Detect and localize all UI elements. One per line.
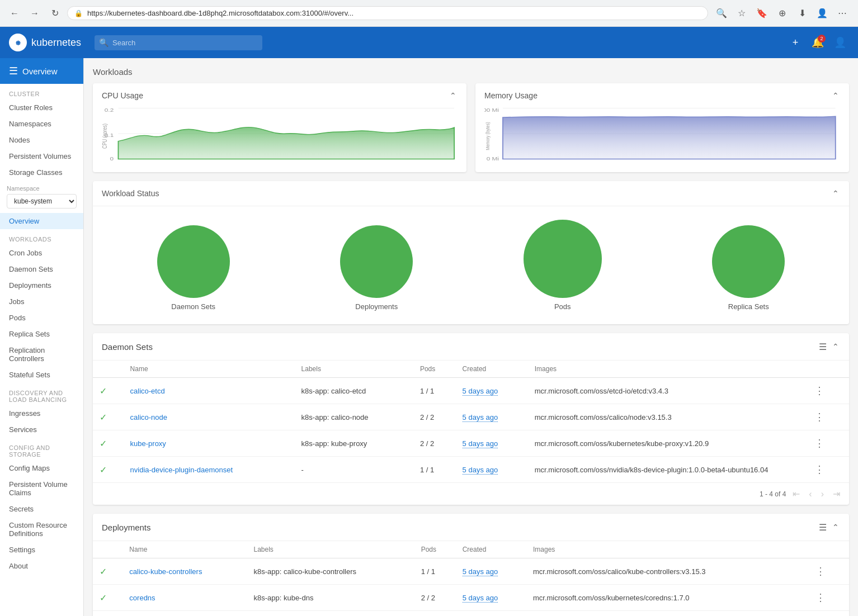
- refresh-button[interactable]: ↻: [47, 6, 63, 21]
- daemon-sets-card: Daemon Sets ☰ ⌃ Name Labels Pods Created: [93, 333, 849, 505]
- extensions-button[interactable]: ⊕: [773, 4, 791, 22]
- pagination-first-button[interactable]: ⇤: [790, 487, 802, 500]
- deployment-name-link-1[interactable]: coredns: [129, 594, 155, 602]
- deployments-filter-button[interactable]: ☰: [819, 522, 827, 533]
- sidebar-item-pods[interactable]: Pods: [0, 310, 83, 326]
- dep-created-link-0[interactable]: 5 days ago: [463, 567, 498, 576]
- created-link-1[interactable]: 5 days ago: [463, 413, 498, 422]
- svg-text:500 Mi: 500 Mi: [484, 107, 499, 112]
- col-pods: Pods: [413, 361, 456, 378]
- sidebar-item-nodes[interactable]: Nodes: [0, 132, 83, 148]
- workload-status-collapse-button[interactable]: ⌃: [831, 188, 840, 199]
- workloads-title: Workloads: [93, 67, 849, 77]
- pagination-prev-button[interactable]: ‹: [807, 488, 814, 500]
- cluster-section-label: Cluster: [0, 84, 83, 99]
- status-cell: ✓: [93, 611, 122, 617]
- created-link-3[interactable]: 5 days ago: [463, 466, 498, 475]
- sidebar-item-storage-classes[interactable]: Storage Classes: [0, 164, 83, 181]
- deployment-name-link-0[interactable]: calico-kube-controllers: [129, 567, 202, 576]
- sidebar-item-config-maps[interactable]: Config Maps: [0, 460, 83, 476]
- status-cell: ✓: [93, 430, 124, 457]
- sidebar-item-stateful-sets[interactable]: Stateful Sets: [0, 367, 83, 383]
- pagination-last-button[interactable]: ⇥: [831, 487, 842, 500]
- memory-chart-collapse-button[interactable]: ⌃: [831, 90, 840, 101]
- daemon-set-name-link-0[interactable]: calico-etcd: [130, 387, 165, 395]
- search-input[interactable]: [95, 35, 262, 50]
- name-cell: nvidia-device-plugin-daemonset: [124, 457, 295, 483]
- dep-row-actions-button-1[interactable]: ⋮: [812, 590, 829, 605]
- sidebar-item-overview[interactable]: Overview: [0, 213, 83, 229]
- sidebar-item-pvc[interactable]: Persistent Volume Claims: [0, 476, 83, 501]
- sidebar-item-persistent-volumes[interactable]: Persistent Volumes: [0, 148, 83, 164]
- pagination-next-button[interactable]: ›: [819, 488, 826, 500]
- favorites-button[interactable]: ☆: [733, 4, 751, 22]
- sidebar-item-jobs[interactable]: Jobs: [0, 293, 83, 310]
- namespace-select[interactable]: kube-system: [7, 194, 77, 209]
- svg-text:0: 0: [110, 156, 114, 162]
- daemon-sets-filter-button[interactable]: ☰: [819, 342, 827, 352]
- deployments-collapse-button[interactable]: ⌃: [831, 522, 840, 533]
- download-button[interactable]: ⬇: [793, 4, 811, 22]
- workload-status-card: Workload Status ⌃ Daemon Sets Deployment…: [93, 181, 849, 324]
- sidebar-item-cluster-roles[interactable]: Cluster Roles: [0, 99, 83, 116]
- replica-sets-label: Replica Sets: [728, 302, 769, 311]
- daemon-sets-pagination: 1 - 4 of 4 ⇤ ‹ › ⇥: [93, 482, 849, 505]
- sidebar-item-ingresses[interactable]: Ingresses: [0, 405, 83, 421]
- namespace-label: Namespace: [7, 185, 77, 192]
- sidebar-item-daemon-sets[interactable]: Daemon Sets: [0, 261, 83, 277]
- sidebar-item-namespaces[interactable]: Namespaces: [0, 116, 83, 132]
- sidebar-item-cron-jobs[interactable]: Cron Jobs: [0, 245, 83, 261]
- back-button[interactable]: ←: [7, 6, 22, 21]
- sidebar-item-services[interactable]: Services: [0, 421, 83, 438]
- row-actions-button-1[interactable]: ⋮: [811, 410, 828, 424]
- sidebar-item-crd[interactable]: Custom Resource Definitions: [0, 517, 83, 542]
- sidebar-item-settings[interactable]: Settings: [0, 542, 83, 558]
- config-section-label: Config and Storage: [0, 438, 83, 460]
- row-actions-button-3[interactable]: ⋮: [811, 462, 828, 477]
- bookmark-button[interactable]: 🔖: [753, 4, 771, 22]
- sidebar-item-replica-sets[interactable]: Replica Sets: [0, 326, 83, 342]
- profile-button[interactable]: 👤: [831, 34, 849, 51]
- name-cell: calico-etcd: [124, 378, 295, 404]
- created-link-2[interactable]: 5 days ago: [463, 439, 498, 448]
- deployments-title: Deployments: [102, 523, 151, 532]
- browser-menu-button[interactable]: ⋯: [833, 4, 851, 22]
- sidebar-item-deployments[interactable]: Deployments: [0, 277, 83, 293]
- daemon-sets-header: Daemon Sets ☰ ⌃: [93, 333, 849, 361]
- col-pods-dep: Pods: [414, 541, 456, 558]
- app-container: ⎈ kubernetes 🔍 + 🔔 2 👤 ☰ Overview Cluste…: [0, 27, 858, 616]
- daemon-set-name-link-3[interactable]: nvidia-device-plugin-daemonset: [130, 466, 233, 474]
- lock-icon: 🔒: [74, 10, 83, 17]
- daemon-sets-label: Daemon Sets: [171, 302, 215, 311]
- dep-created-link-1[interactable]: 5 days ago: [463, 594, 498, 603]
- svg-text:CPU (cores): CPU (cores): [102, 124, 109, 149]
- daemon-sets-collapse-button[interactable]: ⌃: [831, 341, 840, 352]
- daemon-set-name-link-1[interactable]: calico-node: [130, 413, 168, 421]
- name-cell: kube-proxy: [124, 430, 295, 457]
- kubernetes-logo-icon: ⎈: [9, 34, 27, 51]
- workload-status-header: Workload Status ⌃: [93, 181, 849, 206]
- memory-chart-title: Memory Usage: [484, 91, 538, 100]
- created-link-0[interactable]: 5 days ago: [463, 387, 498, 396]
- add-button[interactable]: +: [786, 34, 804, 51]
- forward-button[interactable]: →: [27, 6, 43, 21]
- daemon-set-name-link-2[interactable]: kube-proxy: [130, 439, 166, 448]
- status-ok-icon: ✓: [100, 439, 107, 448]
- sidebar-item-secrets[interactable]: Secrets: [0, 501, 83, 517]
- actions-cell: ⋮: [805, 585, 849, 611]
- sidebar-item-about[interactable]: About: [0, 558, 83, 574]
- col-name: [93, 361, 124, 378]
- row-actions-button-0[interactable]: ⋮: [811, 383, 828, 398]
- row-actions-button-2[interactable]: ⋮: [811, 436, 828, 451]
- daemon-sets-circle: [157, 225, 230, 298]
- menu-icon[interactable]: ☰: [9, 65, 18, 77]
- cpu-chart-card: CPU Usage ⌃ 0.2 0.1 0 CPU (cores): [93, 83, 466, 172]
- profile-browser-button[interactable]: 👤: [813, 4, 831, 22]
- address-bar[interactable]: 🔒 https://kubernetes-dashboard.dbe-1d8ph…: [67, 6, 708, 20]
- cpu-chart-collapse-button[interactable]: ⌃: [449, 90, 458, 101]
- dep-row-actions-button-0[interactable]: ⋮: [812, 564, 829, 579]
- search-browser-button[interactable]: 🔍: [713, 4, 730, 22]
- deployments-table: Name Labels Pods Created Images ✓ calico…: [93, 541, 849, 616]
- created-cell: 5 days ago: [456, 558, 526, 585]
- sidebar-item-replication-controllers[interactable]: Replication Controllers: [0, 342, 83, 367]
